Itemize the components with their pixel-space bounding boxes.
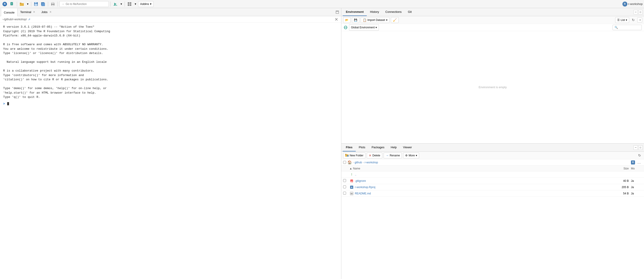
svg-rect-17: [130, 2, 131, 4]
save-all-btn[interactable]: [40, 1, 46, 7]
import-dataset-btn[interactable]: 📋 Import Dataset ▾: [361, 17, 390, 23]
svg-marker-14: [114, 3, 116, 6]
readme-checkbox[interactable]: [343, 192, 346, 195]
env-collapse-btn[interactable]: ⇢: [637, 18, 642, 23]
home-icon[interactable]: 🏠: [348, 160, 352, 164]
breadcrumb-rworkshop[interactable]: r-workshop: [365, 161, 378, 164]
rproj-checkbox[interactable]: [343, 185, 346, 188]
row-size-readme: 54 B: [613, 192, 629, 195]
header-size[interactable]: Size: [613, 167, 629, 170]
env-refresh-btn[interactable]: ↻: [630, 17, 636, 23]
tab-help[interactable]: Help: [388, 144, 400, 151]
delete-btn[interactable]: ✕ Delete: [367, 153, 382, 158]
maximize-console-btn[interactable]: [334, 9, 340, 15]
files-maximize-btn[interactable]: □: [638, 145, 643, 150]
list-chevron: ▾: [626, 19, 627, 22]
rename-label: Rename: [390, 154, 400, 157]
rename-icon: →: [386, 154, 389, 157]
files-toolbar: + New Folder ✕ Delete → Rename ⚙ More ▾: [341, 152, 644, 159]
console-path: ~/github/r-workshop/: [2, 18, 27, 21]
tab-plots[interactable]: Plots: [356, 144, 368, 151]
clear-env-btn[interactable]: 🧹: [391, 17, 399, 23]
gitignore-name[interactable]: .gitignore: [355, 179, 613, 182]
files-refresh-btn[interactable]: ↻: [637, 153, 642, 158]
row-mod-rproj: Ja: [629, 186, 642, 189]
tab-environment[interactable]: Environment: [343, 8, 367, 16]
file-row-readme[interactable]: MD README.md 54 B Ja: [341, 190, 644, 197]
tab-jobs[interactable]: Jobs ✕: [39, 8, 55, 16]
more-btn[interactable]: ⚙ More ▾: [403, 153, 419, 158]
file-row-up[interactable]: ↑ ..: [341, 171, 644, 178]
run-dropdown-btn[interactable]: ▾: [120, 1, 123, 7]
clear-console-btn[interactable]: [334, 17, 339, 22]
goto-icon: →: [62, 2, 64, 6]
breadcrumb-github[interactable]: github: [354, 161, 362, 164]
console-text: R version 3.6.1 (2019-07-05) -- "Action …: [3, 25, 338, 99]
load-workspace-btn[interactable]: 📂: [343, 17, 350, 23]
gitignore-checkbox[interactable]: [343, 179, 346, 182]
tab-files[interactable]: Files: [343, 144, 356, 151]
console-output[interactable]: R version 3.6.1 (2019-07-05) -- "Action …: [0, 23, 341, 279]
svg-rect-28: [345, 154, 346, 155]
up-folder-name[interactable]: ..: [355, 173, 613, 176]
terminal-close[interactable]: ✕: [32, 11, 36, 14]
save-workspace-btn[interactable]: 💾: [352, 17, 359, 23]
tab-console[interactable]: Console: [1, 8, 18, 16]
header-name[interactable]: ▲ Name: [350, 167, 613, 170]
select-all-checkbox[interactable]: [343, 161, 346, 164]
svg-rect-16: [128, 2, 129, 4]
file-row-gitignore[interactable]: git .gitignore 40 B Ja: [341, 178, 644, 184]
globe-icon: [344, 26, 348, 30]
user-badge: R r-workshop: [622, 2, 643, 7]
row-name-rproj: R r-workshop.Rproj: [350, 185, 613, 189]
tab-git[interactable]: Git: [405, 8, 415, 16]
svg-rect-10: [42, 3, 45, 6]
env-maximize-btn[interactable]: □: [638, 10, 643, 15]
top-toolbar: R + ▾: [0, 0, 644, 8]
open-btn[interactable]: [19, 1, 25, 7]
breadcrumb-more-btn[interactable]: …: [636, 160, 642, 165]
addins-btn[interactable]: Addins ▾: [138, 1, 154, 7]
open-dropdown-btn[interactable]: ▾: [26, 1, 30, 7]
path-link-icon[interactable]: ⇗: [28, 18, 30, 21]
tab-packages[interactable]: Packages: [368, 144, 388, 151]
run-btn[interactable]: [112, 1, 118, 7]
tab-terminal[interactable]: Terminal ✕: [18, 8, 39, 16]
layout-btn[interactable]: [126, 1, 133, 7]
save-btn[interactable]: [33, 1, 39, 7]
tab-history[interactable]: History: [367, 8, 382, 16]
addins-chevron: ▾: [150, 2, 152, 6]
jobs-close[interactable]: ✕: [49, 11, 52, 14]
files-minimize-btn[interactable]: ─: [634, 145, 638, 150]
list-view-btn[interactable]: ☰ List ▾: [615, 17, 629, 23]
new-folder-btn[interactable]: + New Folder: [343, 153, 366, 158]
console-prompt-line: >: [3, 102, 338, 106]
readme-name[interactable]: README.md: [355, 192, 613, 195]
row-name-up: ↑ ..: [350, 173, 613, 176]
rename-btn[interactable]: → Rename: [384, 153, 402, 158]
global-env-bar: Global Environment ▾: [341, 24, 644, 31]
env-search-input[interactable]: [612, 25, 642, 30]
rproj-file-icon: R: [350, 185, 354, 189]
global-env-dropdown[interactable]: Global Environment ▾: [349, 24, 379, 31]
svg-rect-21: [336, 11, 339, 12]
row-check-rproj: [343, 185, 350, 189]
new-file-btn[interactable]: +: [9, 1, 15, 7]
file-row-rproj[interactable]: R r-workshop.Rproj 205 B Ja: [341, 184, 644, 190]
tab-viewer[interactable]: Viewer: [400, 144, 415, 151]
env-minimize-btn[interactable]: ─: [634, 10, 638, 15]
layout-dropdown-btn[interactable]: ▾: [134, 1, 137, 7]
header-mod[interactable]: Mo: [629, 167, 642, 170]
goto-input[interactable]: [66, 3, 107, 6]
svg-rect-12: [52, 3, 54, 4]
files-tab-bar: Files Plots Packages Help Viewer ─: [341, 144, 644, 152]
r-logo-btn[interactable]: R: [1, 1, 8, 7]
tab-connections[interactable]: Connections: [382, 8, 405, 16]
svg-rect-7: [35, 2, 37, 4]
load-icon: 📂: [345, 19, 348, 22]
svg-text:+: +: [348, 155, 348, 157]
global-env-label: Global Environment: [351, 26, 374, 29]
broom-icon: 🧹: [393, 18, 397, 22]
rproj-name[interactable]: r-workshop.Rproj: [355, 186, 613, 189]
print-btn[interactable]: [50, 1, 56, 7]
